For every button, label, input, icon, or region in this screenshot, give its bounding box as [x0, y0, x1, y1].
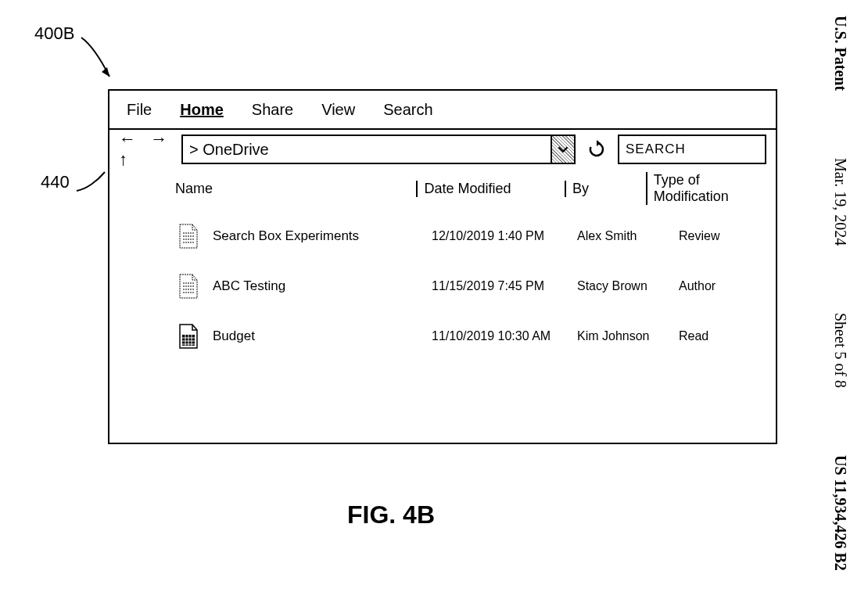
address-location: OneDrive	[203, 141, 268, 158]
leader-arrow-440	[74, 169, 109, 196]
cell-name: ABC Testing	[213, 278, 432, 294]
patent-sheet: Sheet 5 of 8	[831, 313, 849, 388]
file-explorer-window: File Home Share View Search ← → ↑ > OneD…	[108, 89, 777, 444]
col-name[interactable]: Name	[175, 181, 416, 197]
address-bar[interactable]: > OneDrive	[181, 135, 576, 164]
address-dropdown[interactable]	[551, 136, 574, 163]
patent-margin-column: U.S. Patent Mar. 19, 2024 Sheet 5 of 8 U…	[831, 16, 849, 571]
menu-search[interactable]: Search	[383, 101, 432, 119]
menubar: File Home Share View Search	[109, 91, 776, 130]
list-item[interactable]: ABC Testing 11/15/2019 7:45 PM Stacy Bro…	[178, 261, 776, 311]
document-icon	[178, 274, 213, 299]
search-placeholder: SEARCH	[626, 142, 686, 157]
menu-share[interactable]: Share	[252, 101, 293, 119]
nav-buttons: ← → ↑	[119, 129, 174, 170]
document-icon	[178, 224, 213, 249]
patent-date: Mar. 19, 2024	[831, 158, 849, 246]
ref-440: 440	[41, 172, 70, 192]
cell-by: Kim Johnson	[577, 329, 679, 343]
svg-marker-0	[102, 67, 109, 77]
cell-date: 11/10/2019 10:30 AM	[432, 329, 577, 343]
col-type-of-modification[interactable]: Type of Modification	[646, 172, 776, 205]
cell-date: 12/10/2019 1:40 PM	[432, 229, 577, 243]
cell-date: 11/15/2019 7:45 PM	[432, 279, 577, 293]
col-by[interactable]: By	[565, 181, 646, 197]
chevron-down-icon	[558, 144, 569, 155]
cell-by: Stacy Brown	[577, 279, 679, 293]
leader-arrow-400b	[78, 31, 117, 86]
spreadsheet-icon	[178, 324, 213, 349]
toolbar: ← → ↑ > OneDrive SEARCH	[109, 130, 776, 169]
cell-type: Review	[679, 229, 719, 243]
file-list: Search Box Experiments 12/10/2019 1:40 P…	[109, 211, 776, 361]
list-item[interactable]: Budget 11/10/2019 10:30 AM Kim Johnson R…	[178, 311, 776, 361]
search-box[interactable]: SEARCH	[618, 135, 766, 164]
refresh-icon	[587, 140, 606, 159]
back-button[interactable]: ←	[119, 129, 141, 149]
menu-view[interactable]: View	[321, 101, 355, 119]
cell-type: Author	[679, 279, 716, 293]
up-button[interactable]: ↑	[119, 149, 132, 169]
menu-home[interactable]: Home	[180, 101, 224, 119]
patent-figure-page: U.S. Patent Mar. 19, 2024 Sheet 5 of 8 U…	[0, 0, 868, 592]
cell-type: Read	[679, 329, 708, 343]
address-prefix: >	[189, 141, 199, 158]
column-headers: Name Date Modified By Type of Modificati…	[109, 169, 776, 211]
address-text: > OneDrive	[183, 141, 551, 159]
patent-publisher: U.S. Patent	[831, 16, 849, 91]
cell-name: Budget	[213, 328, 432, 344]
ref-400b: 400B	[34, 23, 74, 44]
cell-by: Alex Smith	[577, 229, 679, 243]
col-date-modified[interactable]: Date Modified	[416, 181, 565, 197]
forward-button[interactable]: →	[150, 129, 172, 149]
list-item[interactable]: Search Box Experiments 12/10/2019 1:40 P…	[178, 211, 776, 261]
figure-label: FIG. 4B	[0, 501, 782, 529]
patent-number: US 11,934,426 B2	[831, 455, 849, 571]
refresh-button[interactable]	[583, 136, 610, 163]
menu-file[interactable]: File	[127, 101, 152, 119]
cell-name: Search Box Experiments	[213, 228, 432, 244]
